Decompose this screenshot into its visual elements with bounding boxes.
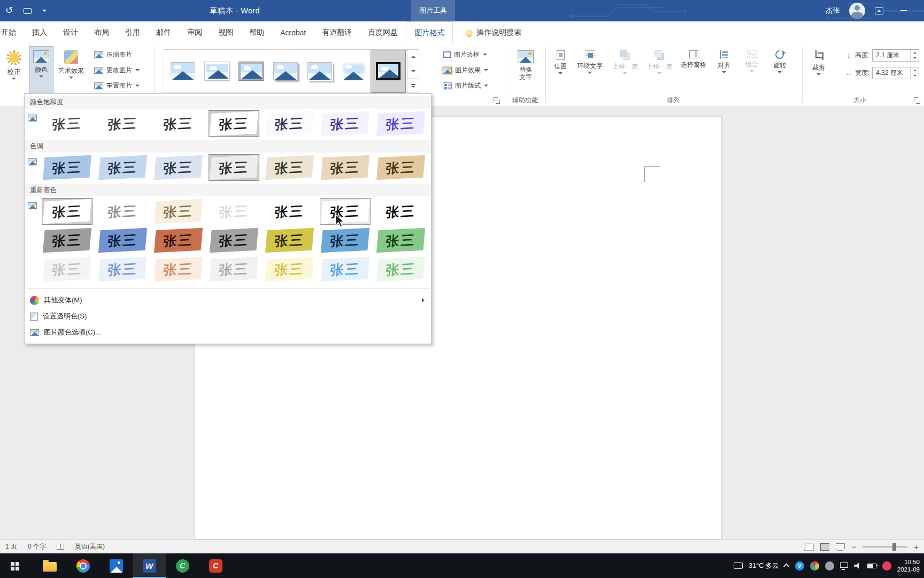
avatar[interactable] [849,3,865,19]
weather-status[interactable]: 31°C 多云 [749,561,779,571]
taskbar-app-green-c[interactable]: C [166,553,199,578]
menu-item-set-transparent-color[interactable]: 设置透明色(S) [25,308,431,324]
tab-mailings[interactable]: 邮件 [148,21,179,44]
color-variant-thumb[interactable]: 张三 [42,227,93,254]
color-variant-thumb[interactable]: 张三 [153,110,204,137]
color-variant-thumb[interactable]: 张三 [209,154,259,181]
hidden-icons-chevron[interactable] [783,564,789,569]
color-variant-thumb[interactable]: 张三 [42,198,93,225]
compress-pictures-button[interactable]: 压缩图片 [92,48,142,61]
undo-icon[interactable]: ↺ [5,0,13,21]
color-variant-thumb[interactable]: 张三 [97,110,148,137]
tab-design[interactable]: 设计 [55,21,86,44]
zoom-slider-thumb[interactable] [892,543,896,551]
color-variant-thumb[interactable]: 张三 [97,154,148,181]
corrections-button[interactable]: 校正 [1,46,27,98]
color-variant-thumb[interactable]: 张三 [42,256,93,283]
color-variant-thumb[interactable]: 张三 [375,154,426,181]
clock[interactable]: 10:50 2021-09 [897,558,922,573]
height-input[interactable]: 2.1 厘米 [872,49,919,62]
tab-view[interactable]: 视图 [210,21,241,44]
tab-home[interactable]: 开始 [0,21,24,44]
color-variant-thumb[interactable]: 张三 [375,198,426,225]
proofing-icon[interactable] [57,544,64,550]
width-stepper[interactable] [910,67,919,79]
color-variant-thumb[interactable]: 张三 [375,110,426,137]
read-mode-icon[interactable] [805,543,815,551]
battery-icon[interactable] [867,564,876,568]
tell-me-search[interactable]: 操作说明搜索 [458,21,529,44]
picture-border-button[interactable]: 图片边框 [441,48,490,61]
tab-review[interactable]: 审阅 [179,21,210,44]
picture-style-bevel[interactable] [200,50,234,92]
volume-icon[interactable] [854,562,861,569]
color-variant-thumb[interactable]: 张三 [97,198,148,225]
picture-style-black[interactable] [371,50,405,92]
menu-item-more-variations[interactable]: 其他变体(M) [25,292,431,308]
menu-item-picture-color-options[interactable]: 图片颜色选项(C)... [25,324,431,340]
position-button[interactable]: 位置 [549,46,572,98]
color-variant-thumb[interactable]: 张三 [375,256,426,283]
tray-app-icon-1[interactable]: V [795,561,804,571]
tray-app-icon-2[interactable] [810,561,819,571]
reset-picture-button[interactable]: 重置图片 [92,79,142,92]
print-layout-icon[interactable] [820,543,829,551]
color-variant-thumb[interactable]: 张三 [209,227,259,254]
color-variant-thumb[interactable]: 张三 [153,198,204,225]
rotate-button[interactable]: 旋转 [768,46,791,98]
color-variant-thumb[interactable]: 张三 [320,110,371,137]
taskbar-word[interactable]: W [133,553,166,578]
zoom-in-button[interactable]: + [914,543,919,551]
tab-layout[interactable]: 布局 [86,21,117,44]
wrap-text-button[interactable]: 环绕文字 [574,46,605,98]
size-dialog-launcher[interactable] [913,97,921,104]
word-count[interactable]: 0 个字 [28,542,46,551]
taskbar-app-red-c[interactable]: C [199,553,232,578]
gallery-scroll-down[interactable] [407,64,419,79]
gallery-more-button[interactable] [407,79,419,93]
user-name[interactable]: 杰张 [826,6,840,16]
color-variant-thumb[interactable]: 张三 [320,198,371,225]
height-stepper[interactable] [910,50,919,61]
picture-layout-button[interactable]: 图片版式 [441,79,490,92]
start-button[interactable] [0,553,33,578]
picture-style-stack[interactable] [303,50,337,92]
width-input[interactable]: 4.32 厘米 [872,67,919,79]
tab-insert[interactable]: 插入 [24,21,55,44]
color-variant-thumb[interactable]: 张三 [97,256,148,283]
taskbar-file-explorer[interactable] [33,553,66,578]
color-variant-thumb[interactable]: 张三 [264,154,315,181]
tab-picture-format[interactable]: 图片格式 [406,21,453,44]
color-variant-thumb[interactable]: 张三 [209,256,259,283]
qat-customize-icon[interactable] [42,10,47,12]
minimize-button[interactable] [893,0,914,21]
contextual-tab-header[interactable]: 图片工具 [411,0,455,21]
color-variant-thumb[interactable]: 张三 [42,110,93,137]
tab-youdao-translate[interactable]: 有道翻译 [314,21,360,44]
color-variant-thumb[interactable]: 张三 [153,154,204,181]
picture-styles-dialog-launcher[interactable] [493,97,500,104]
network-icon[interactable] [840,562,848,568]
color-variant-thumb[interactable]: 张三 [264,110,315,137]
ribbon-display-options-icon[interactable] [875,7,883,14]
selection-pane-button[interactable]: 选择窗格 [678,46,709,98]
color-variant-thumb[interactable]: 张三 [264,256,315,283]
gallery-scroll-up[interactable] [407,50,419,64]
tab-acrobat[interactable]: Acrobat [272,21,314,44]
color-variant-thumb[interactable]: 张三 [42,154,93,181]
crop-button[interactable]: 裁剪 [806,46,831,98]
color-variant-thumb[interactable]: 张三 [264,227,315,254]
picture-style-metal[interactable] [234,50,268,92]
alt-text-button[interactable]: 替换文字 [509,46,542,98]
zoom-slider[interactable] [863,546,907,547]
color-variant-thumb[interactable]: 张三 [209,110,259,137]
tray-app-icon-3[interactable] [825,561,834,571]
color-variant-thumb[interactable]: 张三 [320,256,371,283]
color-variant-thumb[interactable]: 张三 [153,256,204,283]
change-picture-button[interactable]: 更改图片 [92,64,142,77]
picture-style-shadow[interactable] [268,50,303,92]
color-button[interactable]: 颜色 [29,46,53,98]
color-variant-thumb[interactable]: 张三 [320,227,371,254]
tab-help[interactable]: 帮助 [241,21,272,44]
tab-references[interactable]: 引用 [117,21,148,44]
